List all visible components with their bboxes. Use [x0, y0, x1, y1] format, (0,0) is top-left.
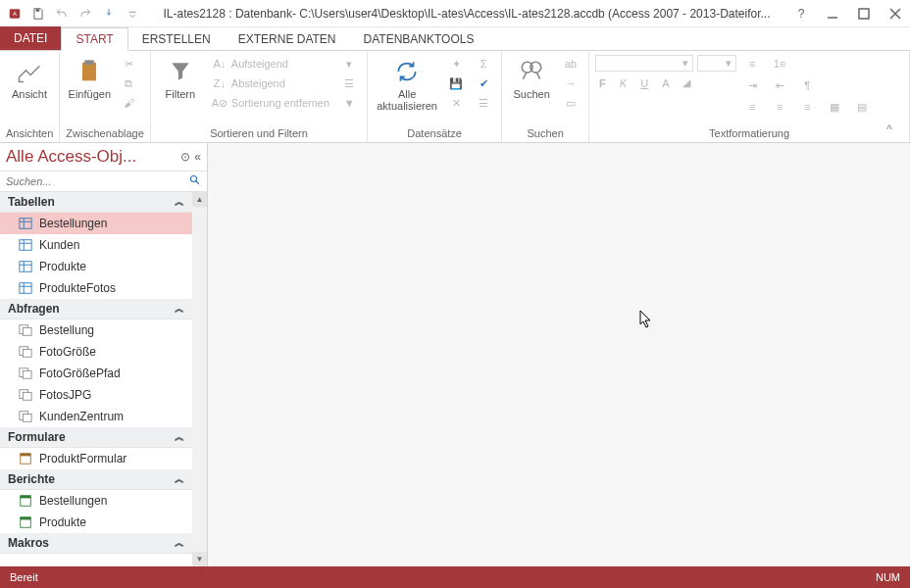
svg-rect-11 [20, 262, 31, 272]
text-direction-button[interactable]: ¶ [795, 76, 819, 94]
bold-button[interactable]: F [595, 75, 610, 90]
report-item-produkte[interactable]: Produkte [0, 512, 192, 533]
scroll-up-icon[interactable]: ▲ [192, 192, 207, 207]
collapse-ribbon-icon[interactable]: ^ [886, 122, 902, 138]
nav-dropdown-icon[interactable]: ⊙ [180, 150, 190, 164]
qat-dropdown-icon[interactable] [122, 3, 143, 24]
close-icon[interactable] [885, 3, 906, 24]
table-item-kunden[interactable]: Kunden [0, 234, 192, 256]
numbering-button[interactable]: 1≡ [768, 55, 791, 73]
save-record-button[interactable]: 💾 [444, 74, 468, 92]
font-size-select[interactable]: ▾ [697, 55, 736, 72]
undo-icon[interactable] [51, 3, 73, 24]
tab-database-tools[interactable]: DATENBANKTOOLS [350, 28, 488, 50]
new-record-button[interactable]: ✦ [444, 55, 468, 73]
search-icon[interactable] [189, 174, 203, 188]
spelling-button[interactable]: ✔ [472, 74, 495, 92]
delete-record-button[interactable]: ✕ [444, 94, 468, 112]
nav-collapse-icon[interactable]: « [194, 150, 201, 164]
category-reports[interactable]: Berichte︽ [0, 469, 192, 490]
touch-mode-icon[interactable] [98, 3, 120, 24]
tab-create[interactable]: ERSTELLEN [128, 28, 225, 50]
format-painter-button[interactable]: 🖌 [117, 94, 140, 112]
svg-rect-18 [23, 370, 31, 378]
tab-file[interactable]: DATEI [0, 26, 61, 50]
save-icon[interactable] [27, 3, 49, 24]
group-views: Ansicht Ansichten [0, 51, 60, 142]
query-item-fotogroesse[interactable]: FotoGröße [0, 341, 192, 363]
sort-desc-button[interactable]: Z↓Absteigend [208, 74, 333, 92]
status-bar: Bereit NUM [0, 566, 910, 588]
find-button[interactable]: Suchen [508, 55, 555, 102]
tab-start[interactable]: START [61, 27, 127, 51]
more-records-button[interactable]: ☰ [472, 94, 495, 112]
app-icon[interactable]: A [4, 3, 25, 24]
minimize-icon[interactable] [822, 3, 843, 24]
nav-search [0, 172, 207, 192]
replace-button[interactable]: ab [559, 55, 582, 73]
group-label-records: Datensätze [374, 125, 495, 142]
italic-button[interactable]: K [616, 75, 631, 90]
sort-asc-button[interactable]: A↓Aufsteigend [208, 55, 333, 73]
scroll-down-icon[interactable]: ▼ [192, 552, 207, 566]
goto-button[interactable]: → [559, 74, 582, 92]
underline-button[interactable]: U [636, 75, 652, 90]
body-area: Alle Access-Obj... ⊙ « Tabellen︽ Bestell… [0, 143, 910, 566]
font-color-button[interactable]: A [658, 75, 673, 90]
refresh-all-button[interactable]: Alle aktualisieren [374, 55, 440, 114]
form-item-produktformular[interactable]: ProduktFormular [0, 448, 192, 469]
query-item-fotogroessepfad[interactable]: FotoGrößePfad [0, 363, 192, 384]
font-color-icon: A [662, 77, 669, 89]
report-icon [18, 494, 33, 508]
nav-scrollbar[interactable]: ▲ ▼ [192, 192, 207, 566]
table-item-produkte[interactable]: Produkte [0, 256, 192, 277]
copy-button[interactable]: ⧉ [117, 74, 140, 92]
paste-button[interactable]: Einfügen [66, 55, 113, 102]
nav-header[interactable]: Alle Access-Obj... ⊙ « [0, 143, 207, 172]
report-item-bestellungen[interactable]: Bestellungen [0, 490, 192, 512]
query-item-fotosjpg[interactable]: FotosJPG [0, 384, 192, 406]
redo-icon[interactable] [75, 3, 96, 24]
category-queries[interactable]: Abfragen︽ [0, 299, 192, 319]
align-right-button[interactable]: ≡ [795, 98, 819, 116]
gridlines-button[interactable]: ▦ [823, 98, 846, 116]
view-icon [15, 57, 44, 86]
category-forms[interactable]: Formulare︽ [0, 427, 192, 448]
align-left-icon: ≡ [744, 99, 760, 115]
indent-left-button[interactable]: ⇤ [768, 76, 791, 94]
chevron-up-icon: ︽ [175, 536, 184, 550]
help-icon[interactable]: ? [790, 3, 812, 24]
advanced-filter-button[interactable]: ☰ [337, 74, 361, 92]
category-tables[interactable]: Tabellen︽ [0, 192, 192, 213]
query-item-bestellung[interactable]: Bestellung [0, 319, 192, 341]
format-painter-icon: 🖌 [121, 95, 136, 111]
view-button[interactable]: Ansicht [6, 55, 53, 102]
align-left-button[interactable]: ≡ [740, 98, 764, 116]
query-item-kundenzentrum[interactable]: KundenZentrum [0, 406, 192, 427]
filter-button[interactable]: Filtern [157, 55, 204, 102]
fill-color-button[interactable]: ◢ [679, 75, 694, 90]
alt-row-color-button[interactable]: ▤ [850, 98, 874, 116]
table-item-produktefotos[interactable]: ProdukteFotos [0, 277, 192, 299]
table-item-bestellungen[interactable]: Bestellungen [0, 213, 192, 234]
gridlines-icon: ▦ [827, 99, 842, 115]
search-input[interactable] [4, 173, 189, 189]
maximize-icon[interactable] [853, 3, 875, 24]
toggle-filter-button[interactable]: ▼ [337, 94, 361, 112]
bullets-button[interactable]: ≡ [740, 55, 764, 73]
align-center-button[interactable]: ≡ [768, 98, 791, 116]
group-label-find: Suchen [508, 125, 582, 142]
totals-button[interactable]: Σ [472, 55, 495, 73]
indent-right-button[interactable]: ⇥ [740, 76, 764, 94]
cut-button[interactable]: ✂ [117, 55, 140, 73]
font-select[interactable]: ▾ [595, 55, 693, 72]
category-macros[interactable]: Makros︽ [0, 533, 192, 554]
tab-external-data[interactable]: EXTERNE DATEN [225, 28, 350, 50]
form-icon [18, 452, 33, 466]
select-button[interactable]: ▭ [559, 94, 582, 112]
remove-sort-button[interactable]: A⊘Sortierung entfernen [208, 94, 333, 112]
selection-filter-button[interactable]: ▾ [337, 55, 361, 73]
filter-icon [166, 57, 195, 86]
toggle-filter-icon: ▼ [341, 95, 357, 111]
bullets-icon: ≡ [744, 56, 760, 72]
